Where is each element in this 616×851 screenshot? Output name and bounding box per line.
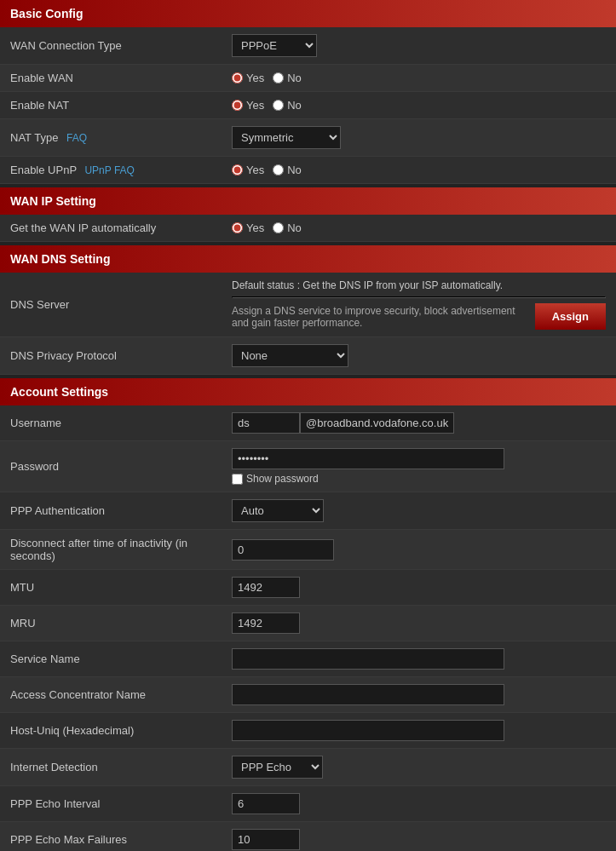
get-wan-ip-label: Get the WAN IP automatically xyxy=(0,215,222,242)
dns-privacy-protocol-label: DNS Privacy Protocol xyxy=(0,337,222,375)
ppp-auth-label: PPP Authentication xyxy=(0,492,222,530)
service-name-input[interactable] xyxy=(232,648,504,670)
account-settings-header: Account Settings xyxy=(0,378,616,405)
wan-connection-type-label: WAN Connection Type xyxy=(0,27,222,65)
ppp-echo-max-failures-label: PPP Echo Max Failures xyxy=(0,822,222,852)
ppp-echo-interval-input[interactable] xyxy=(232,793,300,814)
show-password-checkbox[interactable] xyxy=(232,474,243,485)
wan-ip-setting-header: WAN IP Setting xyxy=(0,187,616,215)
access-concentrator-row: Access Concentrator Name xyxy=(0,677,616,713)
dns-server-row: DNS Server Default status : Get the DNS … xyxy=(0,273,616,337)
enable-upnp-no-label[interactable]: No xyxy=(273,164,302,176)
mtu-row: MTU xyxy=(0,570,616,606)
disconnect-timeout-label: Disconnect after time of inactivity (in … xyxy=(0,530,222,570)
basic-config-table: WAN Connection Type PPPoE DHCP Static IP… xyxy=(0,27,616,184)
assign-button[interactable]: Assign xyxy=(535,303,606,330)
get-wan-ip-no-radio[interactable] xyxy=(273,222,284,233)
show-password-label[interactable]: Show password xyxy=(232,473,606,485)
enable-upnp-row: Enable UPnP UPnP FAQ Yes No xyxy=(0,157,616,184)
internet-detection-select[interactable]: PPP Echo DNS Probe HTTP Probe xyxy=(232,756,323,779)
username-prefix-input[interactable] xyxy=(232,412,300,434)
wan-connection-type-select[interactable]: PPPoE DHCP Static IP PPTP L2TP xyxy=(232,34,317,57)
username-input-wrapper: @broadband.vodafone.co.uk xyxy=(232,412,606,434)
mru-input[interactable] xyxy=(232,612,300,634)
host-uniq-row: Host-Uniq (Hexadecimal) xyxy=(0,713,616,749)
dns-privacy-protocol-row: DNS Privacy Protocol None DNS over TLS D… xyxy=(0,337,616,375)
dns-privacy-protocol-select[interactable]: None DNS over TLS DNS over HTTPS xyxy=(232,344,348,367)
ppp-echo-max-failures-row: PPP Echo Max Failures xyxy=(0,822,616,852)
password-input[interactable] xyxy=(232,448,504,469)
host-uniq-label: Host-Uniq (Hexadecimal) xyxy=(0,713,222,749)
internet-detection-row: Internet Detection PPP Echo DNS Probe HT… xyxy=(0,749,616,786)
password-row: Password Show password xyxy=(0,441,616,492)
access-concentrator-input[interactable] xyxy=(232,684,504,705)
enable-wan-yes-label[interactable]: Yes xyxy=(232,72,264,84)
enable-nat-yes-radio[interactable] xyxy=(232,100,243,111)
enable-wan-no-label[interactable]: No xyxy=(273,72,302,84)
dns-assign-text: Assign a DNS service to improve security… xyxy=(232,305,528,329)
enable-wan-no-radio[interactable] xyxy=(273,72,284,83)
get-wan-ip-no-label[interactable]: No xyxy=(273,221,302,234)
enable-upnp-radio-group: Yes No xyxy=(232,164,606,176)
nat-type-faq-link[interactable]: FAQ xyxy=(66,132,87,144)
enable-wan-radio-group: Yes No xyxy=(232,72,606,84)
enable-wan-label: Enable WAN xyxy=(0,65,222,92)
enable-upnp-yes-label[interactable]: Yes xyxy=(232,164,264,176)
username-suffix-text: @broadband.vodafone.co.uk xyxy=(300,412,454,434)
dns-default-status: Default status : Get the DNS IP from you… xyxy=(232,279,606,291)
mtu-input[interactable] xyxy=(232,577,300,598)
enable-nat-radio-group: Yes No xyxy=(232,99,606,112)
wan-ip-setting-table: Get the WAN IP automatically Yes No xyxy=(0,215,616,242)
account-settings-table: Username @broadband.vodafone.co.uk Passw… xyxy=(0,405,616,851)
enable-nat-no-radio[interactable] xyxy=(273,100,284,111)
disconnect-timeout-input[interactable] xyxy=(232,539,334,561)
ppp-echo-interval-row: PPP Echo Interval xyxy=(0,786,616,822)
password-field-wrapper: Show password xyxy=(232,448,606,485)
nat-type-row: NAT Type FAQ Symmetric Full Cone Restric… xyxy=(0,119,616,157)
username-row: Username @broadband.vodafone.co.uk xyxy=(0,405,616,441)
host-uniq-input[interactable] xyxy=(232,720,504,741)
ppp-echo-interval-label: PPP Echo Interval xyxy=(0,786,222,822)
upnp-faq-link[interactable]: UPnP FAQ xyxy=(84,164,134,176)
enable-nat-no-label[interactable]: No xyxy=(273,99,302,112)
get-wan-ip-row: Get the WAN IP automatically Yes No xyxy=(0,215,616,242)
username-label: Username xyxy=(0,405,222,441)
mru-label: MRU xyxy=(0,606,222,641)
service-name-row: Service Name xyxy=(0,641,616,677)
get-wan-ip-yes-label[interactable]: Yes xyxy=(232,221,264,234)
dns-server-label: DNS Server xyxy=(0,273,222,337)
mru-row: MRU xyxy=(0,606,616,641)
enable-nat-label: Enable NAT xyxy=(0,92,222,119)
basic-config-header: Basic Config xyxy=(0,0,616,27)
enable-nat-row: Enable NAT Yes No xyxy=(0,92,616,119)
enable-nat-yes-label[interactable]: Yes xyxy=(232,99,264,112)
wan-dns-setting-header: WAN DNS Setting xyxy=(0,245,616,273)
nat-type-select[interactable]: Symmetric Full Cone Restricted Cone Port… xyxy=(232,126,341,149)
dns-assign-row: Assign a DNS service to improve security… xyxy=(232,303,606,330)
get-wan-ip-yes-radio[interactable] xyxy=(232,222,243,233)
enable-wan-yes-radio[interactable] xyxy=(232,72,243,83)
access-concentrator-label: Access Concentrator Name xyxy=(0,677,222,713)
wan-connection-type-row: WAN Connection Type PPPoE DHCP Static IP… xyxy=(0,27,616,65)
service-name-label: Service Name xyxy=(0,641,222,677)
internet-detection-label: Internet Detection xyxy=(0,749,222,786)
enable-upnp-yes-radio[interactable] xyxy=(232,164,243,175)
nat-type-label: NAT Type FAQ xyxy=(0,119,222,157)
ppp-auth-row: PPP Authentication Auto PAP CHAP MS-CHAP… xyxy=(0,492,616,530)
dns-server-cell: Default status : Get the DNS IP from you… xyxy=(232,279,606,330)
password-label: Password xyxy=(0,441,222,492)
disconnect-timeout-row: Disconnect after time of inactivity (in … xyxy=(0,530,616,570)
mtu-label: MTU xyxy=(0,570,222,606)
enable-upnp-label: Enable UPnP UPnP FAQ xyxy=(0,157,222,184)
enable-upnp-no-radio[interactable] xyxy=(273,164,284,175)
ppp-auth-select[interactable]: Auto PAP CHAP MS-CHAP MS-CHAPv2 xyxy=(232,499,324,522)
wan-dns-setting-table: DNS Server Default status : Get the DNS … xyxy=(0,273,616,375)
enable-wan-row: Enable WAN Yes No xyxy=(0,65,616,92)
ppp-echo-max-failures-input[interactable] xyxy=(232,829,300,850)
get-wan-ip-radio-group: Yes No xyxy=(232,221,606,234)
